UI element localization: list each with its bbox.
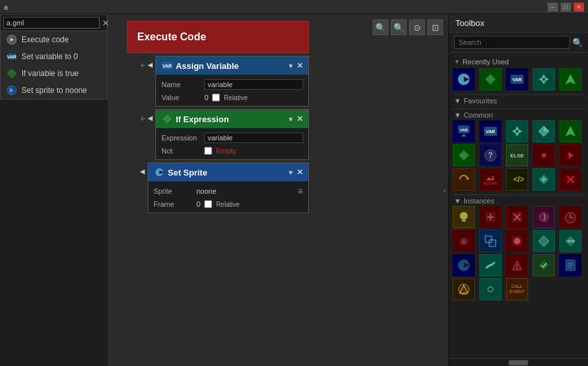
add-before-if-button[interactable]: + [140,109,145,124]
tool-sprite-set[interactable] [506,230,528,252]
assign-variable-dropdown-icon[interactable]: ▼ [287,62,294,70]
assign-variable-header[interactable]: VAR Assign Variable ▼ ✕ [156,57,308,75]
tool-collision[interactable] [479,230,501,252]
assign-relative-checkbox[interactable] [212,94,220,101]
if-collapse-icon[interactable]: ◀ [148,109,153,122]
tool-x[interactable] [559,168,581,190]
tool-direction[interactable] [559,68,581,90]
tool-jump[interactable] [559,120,581,142]
scroll-thumb[interactable] [509,360,528,365]
tool-gear[interactable] [479,278,501,300]
tool-play[interactable] [559,144,581,166]
tool-move2[interactable] [506,120,528,142]
execute-code-title: Execute Code [137,31,206,43]
assign-collapse-icon[interactable]: ◀ [148,56,153,68]
tool-var-set[interactable]: VAR [506,68,528,90]
svg-marker-30 [518,129,522,133]
menu-item-if-variable[interactable]: If variable is true [1,65,107,82]
tool-path2[interactable] [533,230,555,252]
tool-path[interactable] [533,168,555,190]
if-not-checkbox[interactable] [204,147,212,155]
tool-speed[interactable] [533,120,555,142]
tool-check[interactable] [533,254,555,276]
tool-return[interactable]: RETURN [479,168,501,190]
right-sidebar-arrow[interactable]: ‹ [441,184,448,196]
menu-item-execute[interactable]: Execute code [1,31,107,48]
tool-var-set2[interactable]: VAR [479,120,501,142]
tool-stop[interactable] [533,144,555,166]
canvas-area[interactable]: 🔍 🔍 ⊙ ⊡ Execute Code + ◀ [107,14,448,366]
toolbox-search-input[interactable] [454,36,570,49]
tool-pacman[interactable] [453,68,475,90]
if-expression-body: Expression Not Empty [156,128,308,159]
if-expression-input[interactable] [204,133,303,143]
zoom-reset-button[interactable]: ⊙ [409,20,425,35]
common-section-header[interactable]: ▼ Common [453,109,584,120]
assign-variable-block: VAR Assign Variable ▼ ✕ Name [155,56,309,107]
favourites-section-header[interactable]: ▼ Favourites [453,94,584,106]
menu-item-set-sprite[interactable]: Set sprite to noone [1,82,107,99]
set-sprite-value: noone [196,187,217,195]
tool-pacman2[interactable] [453,254,475,276]
svg-text:VAR: VAR [513,77,522,82]
tool-inst-point[interactable] [533,206,555,228]
tool-code[interactable]: </> [506,168,528,190]
zoom-fit-button[interactable]: ⊡ [427,20,443,35]
recently-used-triangle-icon: ▼ [454,59,460,65]
tool-repeat[interactable] [453,168,475,190]
set-sprite-header[interactable]: Set Sprite ▼ ✕ [148,163,308,181]
set-sprite-relative-checkbox[interactable] [204,200,212,208]
assign-name-input[interactable] [204,79,303,90]
tool-var-down[interactable]: VAR [453,120,475,142]
tool-move[interactable] [533,68,555,90]
tool-call-event[interactable]: CALLEVENT [506,278,528,300]
assign-variable-title: Assign Variable [176,61,285,71]
tool-timer[interactable] [559,206,581,228]
minimize-button[interactable]: – [548,3,558,12]
tool-step[interactable] [506,254,528,276]
tool-note[interactable] [559,254,581,276]
svg-marker-21 [565,74,576,85]
tool-bulb[interactable] [453,206,475,228]
set-sprite-wrapper: ◀ Set Sprite ▼ ✕ [140,163,309,213]
set-sprite-browse-icon[interactable]: ≡ [298,186,303,196]
search-input[interactable] [3,17,100,29]
tool-alarm[interactable]: ① [453,230,475,252]
search-clear-icon[interactable]: ✕ [100,18,112,28]
sprite-collapse-icon[interactable]: ◀ [140,163,145,175]
set-sprite-close-icon[interactable]: ✕ [297,168,303,177]
set-frame-value: 0 [196,200,200,208]
tool-inst-destroy[interactable] [506,206,528,228]
tool-timeline[interactable] [559,230,581,252]
zoom-out-button[interactable]: 🔍 [391,20,407,35]
zoom-in-button[interactable]: 🔍 [373,20,388,35]
if-expression-dropdown-icon[interactable]: ▼ [287,116,294,123]
add-before-assign-button[interactable]: + [140,56,145,70]
tool-move-dir[interactable] [453,278,475,300]
search-box: ✕ [1,15,107,31]
tool-inst-create[interactable] [479,206,501,228]
tool-else[interactable]: ELSE [506,144,528,166]
toolbox-search-icon[interactable]: 🔍 [572,38,583,47]
recently-used-section-header[interactable]: ▼ Recently Used [453,55,584,68]
set-sprite-dropdown-icon[interactable]: ▼ [287,169,294,176]
if-empty-label: Empty [216,147,236,155]
execute-code-block[interactable]: Execute Code [127,21,309,53]
bottom-scrollbar[interactable] [449,358,588,366]
maximize-button[interactable]: □ [561,3,571,12]
tool-if2[interactable] [453,144,475,166]
assign-variable-close-icon[interactable]: ✕ [297,61,303,70]
tool-if-diamond[interactable] [479,68,501,90]
set-sprite-icon [6,85,18,96]
instances-section-header[interactable]: ▼ Instances [453,194,584,206]
tool-snake[interactable] [479,254,501,276]
menu-item-set-variable[interactable]: VAR Set variable to 0 [1,48,107,65]
svg-text:RETURN: RETURN [484,181,497,185]
svg-rect-40 [542,153,546,157]
if-expression-header[interactable]: If Expression ▼ ✕ [156,110,308,128]
tool-question[interactable]: ? [479,144,501,166]
close-button[interactable]: ✕ [574,3,584,12]
svg-text:?: ? [488,151,492,160]
svg-point-76 [572,240,574,242]
if-expression-close-icon[interactable]: ✕ [297,114,303,124]
